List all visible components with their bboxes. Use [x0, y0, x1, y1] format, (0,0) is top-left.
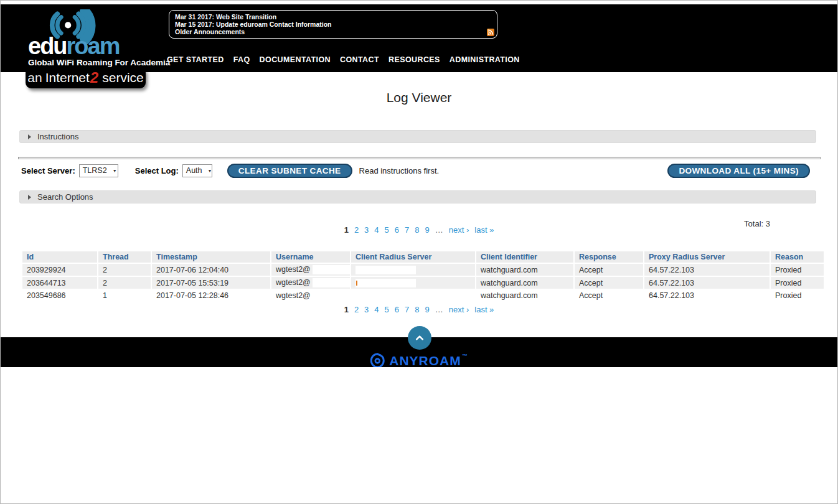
table-row: 203929924 2 2017-07-06 12:04:40 wgtest2@…: [22, 264, 824, 276]
back-to-top-button[interactable]: [408, 326, 431, 350]
browser-page: eduroam Global WiFi Roaming For Academia…: [0, 0, 838, 504]
pager-page[interactable]: 3: [364, 305, 369, 314]
log-table-container: Id Thread Timestamp Username Client Radi…: [21, 250, 817, 302]
cell-client-identifier: watchguard.com: [476, 264, 573, 276]
nav-get-started[interactable]: GET STARTED: [167, 55, 224, 64]
chevron-down-icon: ▼: [208, 169, 212, 173]
anyroam-logo[interactable]: ANYROAM ™: [370, 353, 468, 367]
cell-response: Accept: [575, 277, 643, 289]
col-reason[interactable]: Reason: [771, 251, 824, 263]
announcements-box: Mar 31 2017: Web Site Transition Mar 15 …: [169, 10, 497, 39]
cell-timestamp: 2017-07-06 12:04:40: [152, 264, 270, 276]
select-log-label: Select Log:: [135, 166, 179, 175]
site-header: eduroam Global WiFi Roaming For Academia…: [1, 4, 837, 72]
cell-reason: Proxied: [771, 290, 824, 301]
pager-page[interactable]: 5: [385, 225, 389, 235]
pager-last[interactable]: last »: [474, 305, 494, 314]
cell-thread: 2: [98, 277, 151, 289]
cell-reason: Proxied: [771, 264, 824, 276]
pager-page[interactable]: 9: [425, 225, 430, 235]
announcement-line: Mar 15 2017: Update eduroam Contact Info…: [175, 21, 491, 28]
cell-id: 203929924: [22, 264, 97, 276]
clear-subnet-cache-button[interactable]: CLEAR SUBNET CACHE: [227, 164, 352, 178]
pager-page[interactable]: 4: [374, 225, 379, 235]
chevron-up-icon: [415, 335, 425, 341]
table-header-row: Id Thread Timestamp Username Client Radi…: [22, 251, 824, 263]
cell-proxy-radius-server: 64.57.22.103: [644, 264, 770, 276]
table-row: 203644713 2 2017-07-05 15:53:19 wgtest2@…: [22, 277, 824, 289]
pager-page[interactable]: 2: [354, 305, 359, 314]
cell-thread: 2: [98, 264, 151, 276]
redaction-box: [355, 279, 416, 287]
download-all-button[interactable]: DOWNLOAD ALL (15+ MINS): [667, 164, 810, 178]
pager-ellipsis: …: [435, 305, 443, 314]
cell-proxy-radius-server: 64.57.22.103: [644, 290, 770, 301]
col-response[interactable]: Response: [575, 251, 643, 263]
rss-icon[interactable]: [487, 29, 494, 36]
horizontal-divider: [18, 157, 821, 159]
server-select-value: TLRS2: [83, 166, 107, 175]
pager-ellipsis: …: [435, 225, 443, 235]
pager-next[interactable]: next ›: [449, 225, 469, 235]
pager-last[interactable]: last »: [474, 225, 494, 235]
pager-page[interactable]: 7: [405, 225, 409, 235]
log-select[interactable]: Auth ▼: [182, 164, 212, 177]
eduroam-logo[interactable]: eduroam Global WiFi Roaming For Academia: [28, 9, 149, 67]
pager-next[interactable]: next ›: [449, 305, 469, 314]
pager-page[interactable]: 5: [385, 305, 389, 314]
triangle-right-icon: [28, 195, 31, 200]
nav-contact[interactable]: CONTACT: [340, 55, 379, 64]
pager-page[interactable]: 8: [415, 225, 419, 235]
col-proxy-radius-server[interactable]: Proxy Radius Server: [644, 251, 770, 263]
cell-timestamp: 2017-07-05 15:53:19: [152, 277, 270, 289]
nav-faq[interactable]: FAQ: [233, 55, 250, 64]
col-client-radius-server[interactable]: Client Radius Server: [351, 251, 475, 263]
pager-page[interactable]: 2: [354, 225, 359, 235]
cell-username: wgtest2@: [271, 264, 350, 276]
instructions-collapsible[interactable]: Instructions: [19, 130, 816, 143]
col-client-identifier[interactable]: Client Identifier: [476, 251, 573, 263]
cell-client-radius-server: [351, 264, 475, 276]
pager-page[interactable]: 8: [415, 305, 419, 314]
cell-client-identifier: watchguard.com: [476, 290, 573, 301]
nav-administration[interactable]: ADMINISTRATION: [450, 55, 520, 64]
logo-tagline: Global WiFi Roaming For Academia: [28, 58, 149, 67]
triangle-right-icon: [28, 134, 31, 139]
log-select-value: Auth: [186, 166, 202, 175]
col-timestamp[interactable]: Timestamp: [152, 251, 270, 263]
older-announcements-link[interactable]: Older Announcements: [175, 28, 245, 35]
pager-page[interactable]: 6: [395, 305, 399, 314]
pager-page[interactable]: 4: [374, 305, 379, 314]
col-thread[interactable]: Thread: [98, 251, 151, 263]
cell-response: Accept: [575, 264, 643, 276]
nav-documentation[interactable]: DOCUMENTATION: [260, 55, 331, 64]
cell-proxy-radius-server: 64.57.22.103: [644, 277, 770, 289]
cell-reason: Proxied: [771, 277, 824, 289]
col-id[interactable]: Id: [22, 251, 97, 263]
pager-current: 1: [344, 305, 349, 314]
pager-current: 1: [344, 225, 349, 235]
search-options-collapsible[interactable]: Search Options: [19, 190, 816, 203]
cell-client-identifier: watchguard.com: [476, 277, 573, 289]
anyroam-swirl-icon: [370, 353, 385, 367]
cell-username: wgtest2@: [271, 277, 350, 289]
col-username[interactable]: Username: [271, 251, 350, 263]
select-server-label: Select Server:: [21, 166, 75, 175]
search-options-label: Search Options: [37, 192, 93, 202]
pager-page[interactable]: 9: [425, 305, 430, 314]
redaction-box: [313, 265, 350, 274]
chevron-down-icon: ▼: [113, 169, 117, 173]
log-table: Id Thread Timestamp Username Client Radi…: [21, 250, 825, 302]
cell-thread: 1: [98, 290, 151, 301]
redaction-box: [313, 278, 350, 287]
controls-row: Select Server: TLRS2 ▼ Select Log: Auth …: [21, 163, 810, 178]
instructions-note: Read instructions first.: [359, 166, 440, 175]
instructions-label: Instructions: [37, 132, 78, 141]
pager-page[interactable]: 6: [395, 225, 399, 235]
server-select[interactable]: TLRS2 ▼: [79, 164, 118, 177]
trademark-symbol: ™: [462, 353, 468, 359]
cell-client-radius-server: [351, 290, 475, 301]
pager-page[interactable]: 3: [364, 225, 369, 235]
nav-resources[interactable]: RESOURCES: [388, 55, 440, 64]
pager-page[interactable]: 7: [405, 305, 409, 314]
